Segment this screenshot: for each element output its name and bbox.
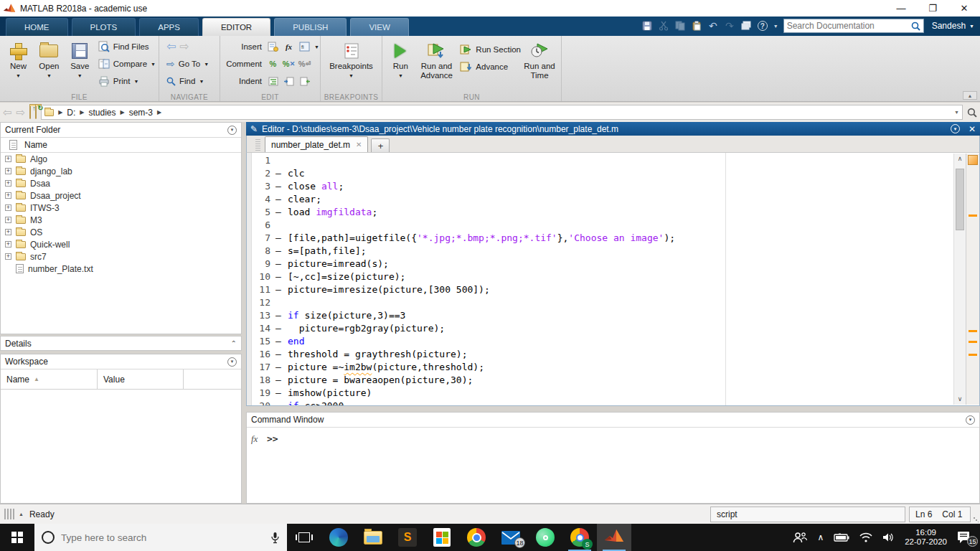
warning-mark[interactable] xyxy=(969,215,977,217)
forward-icon[interactable]: ⇨ xyxy=(17,107,26,118)
quick-access-dropdown-icon[interactable]: ▼ xyxy=(773,24,778,29)
paste-icon[interactable] xyxy=(691,20,702,32)
code-line[interactable]: 14– picture=rgb2gray(picture); xyxy=(252,322,953,335)
file-row[interactable]: number_Plate.txt xyxy=(1,263,241,275)
code-line[interactable]: 13–if size(picture,3)==3 xyxy=(252,309,953,322)
editor-scrollbar[interactable]: ∧ ∨ xyxy=(953,154,966,405)
code-line[interactable]: 5–load imgfildata; xyxy=(252,206,953,219)
expand-icon[interactable]: + xyxy=(5,168,11,174)
chevron-down-icon[interactable]: ▼ xyxy=(314,44,319,50)
run-and-time-button[interactable]: Run and Time xyxy=(521,38,558,80)
expand-icon[interactable]: + xyxy=(5,204,11,211)
battery-icon[interactable] xyxy=(834,533,849,542)
tab-publish[interactable]: PUBLISH xyxy=(274,18,347,36)
smart-indent-icon[interactable] xyxy=(267,75,279,87)
code-line[interactable]: 20–if cc>2000 xyxy=(252,400,953,406)
collapse-icon[interactable]: ⌃ xyxy=(231,339,237,347)
scrollbar-thumb[interactable] xyxy=(956,169,964,230)
warning-mark[interactable] xyxy=(969,354,977,356)
folder-row[interactable]: +Dsaa_project xyxy=(1,189,241,202)
editor-title-bar[interactable]: ✎ Editor - D:\studies\sem-3\Dsaa_project… xyxy=(246,122,980,136)
tab-apps[interactable]: APPS xyxy=(139,18,199,36)
code-line[interactable]: 3–close all; xyxy=(252,180,953,193)
code-line[interactable]: 15–end xyxy=(252,335,953,348)
restore-button[interactable]: ❐ xyxy=(917,0,948,17)
folder-row[interactable]: +django_lab xyxy=(1,165,241,177)
new-button[interactable]: New ▼ xyxy=(3,38,34,80)
code-line[interactable]: 10–[~,cc]=size(picture); xyxy=(252,270,953,283)
expand-icon[interactable]: + xyxy=(5,229,11,235)
sublime-text-taskbar-button[interactable]: S xyxy=(390,524,425,551)
breadcrumb-item[interactable]: studies xyxy=(88,108,116,118)
forward-icon[interactable]: ⇨ xyxy=(179,41,189,52)
code-line[interactable]: 18–picture = bwareaopen(picture,30); xyxy=(252,374,953,387)
code-line[interactable]: 4–clear; xyxy=(252,193,953,206)
code-area[interactable]: 12–clc3–close all;4–clear;5–load imgfild… xyxy=(252,154,953,406)
android-studio-taskbar-button[interactable] xyxy=(528,524,562,551)
advance-button[interactable]: Advance xyxy=(460,58,521,75)
code-line[interactable]: 17–picture =~im2bw(picture,threshold); xyxy=(252,361,953,374)
command-window-body[interactable]: fx >> xyxy=(247,428,979,502)
browse-folder-icon[interactable]: ↻ xyxy=(35,106,37,119)
code-line[interactable]: 8–s=[path,file]; xyxy=(252,245,953,258)
command-window[interactable]: Command Window ▼ fx >> xyxy=(246,412,980,504)
wrap-comments-icon[interactable]: %⏎ xyxy=(298,58,311,70)
search-folder-icon[interactable] xyxy=(967,108,977,118)
scroll-up-icon[interactable]: ∧ xyxy=(954,154,966,164)
workspace-column-header[interactable]: Name▲ Value xyxy=(1,369,241,390)
folder-row[interactable]: +Quick-well xyxy=(1,238,241,250)
chrome-taskbar-button[interactable] xyxy=(459,524,494,551)
code-line[interactable]: 16–threshold = graythresh(picture); xyxy=(252,348,953,361)
new-window-icon[interactable] xyxy=(740,20,752,32)
panel-menu-icon[interactable]: ▼ xyxy=(227,126,237,135)
mail-taskbar-button[interactable]: 18 xyxy=(494,524,528,551)
workspace-header[interactable]: Workspace ▼ xyxy=(1,354,241,369)
editor-body[interactable]: 12–clc3–close all;4–clear;5–load imgfild… xyxy=(246,152,980,406)
insert-section-icon[interactable] xyxy=(267,41,279,52)
comment-icon[interactable]: % xyxy=(267,58,279,70)
taskbar-search[interactable] xyxy=(34,524,287,551)
command-window-header[interactable]: Command Window ▼ xyxy=(247,413,979,428)
expand-icon[interactable]: + xyxy=(5,192,11,199)
folder-row[interactable]: +Dsaa xyxy=(1,177,241,189)
find-files-button[interactable]: Find Files xyxy=(98,38,156,55)
search-icon[interactable] xyxy=(911,22,920,31)
task-view-button[interactable] xyxy=(287,524,321,551)
compare-button[interactable]: Compare ▼ xyxy=(98,55,156,72)
code-line[interactable]: 1 xyxy=(252,154,953,167)
scroll-down-icon[interactable]: ∨ xyxy=(954,394,966,405)
volume-icon[interactable] xyxy=(882,532,895,542)
panel-menu-icon[interactable]: ▼ xyxy=(227,357,237,367)
folder-row[interactable]: +ITWS-3 xyxy=(1,202,241,214)
folder-row[interactable]: +Algo xyxy=(1,153,241,165)
code-line[interactable]: 7–[file,path]=uigetfile({'*.jpg;*.bmp;*.… xyxy=(252,232,953,245)
breakpoints-button[interactable]: Breakpoints ▼ xyxy=(325,38,378,80)
current-folder-column-header[interactable]: Name xyxy=(1,138,241,153)
close-panel-icon[interactable]: ✕ xyxy=(969,124,976,134)
people-icon[interactable] xyxy=(793,532,807,543)
matlab-taskbar-button[interactable] xyxy=(597,524,631,551)
documentation-search[interactable] xyxy=(783,19,924,33)
back-icon[interactable]: ⇦ xyxy=(166,41,176,52)
help-icon[interactable]: ? xyxy=(757,20,768,32)
splitter-handle-icon[interactable] xyxy=(4,509,16,519)
folder-row[interactable]: +src7 xyxy=(1,250,241,263)
expand-icon[interactable]: + xyxy=(5,253,11,260)
insert-function-icon[interactable]: fx xyxy=(283,41,295,52)
expand-icon[interactable]: + xyxy=(5,156,11,162)
open-button[interactable]: Open ▼ xyxy=(34,38,65,80)
edge-taskbar-button[interactable] xyxy=(321,524,356,551)
drag-handle[interactable] xyxy=(255,139,260,151)
file-explorer-taskbar-button[interactable] xyxy=(356,524,390,551)
tab-plots[interactable]: PLOTS xyxy=(72,18,136,36)
up-one-level-icon[interactable]: ↑ xyxy=(29,106,31,119)
breadcrumb[interactable]: ▶ D: ▶ studies ▶ sem-3 ▶ ▼ xyxy=(41,105,963,120)
undo-icon[interactable]: ↶ xyxy=(707,20,719,32)
save-icon[interactable] xyxy=(641,20,653,32)
insert-code-icon[interactable]: fi xyxy=(298,41,311,52)
code-line[interactable]: 9–picture=imread(s); xyxy=(252,258,953,270)
resize-grip[interactable] xyxy=(973,517,979,522)
code-line[interactable]: 6 xyxy=(252,219,953,232)
code-health-indicator[interactable] xyxy=(968,155,978,165)
code-line[interactable]: 12 xyxy=(252,296,953,309)
